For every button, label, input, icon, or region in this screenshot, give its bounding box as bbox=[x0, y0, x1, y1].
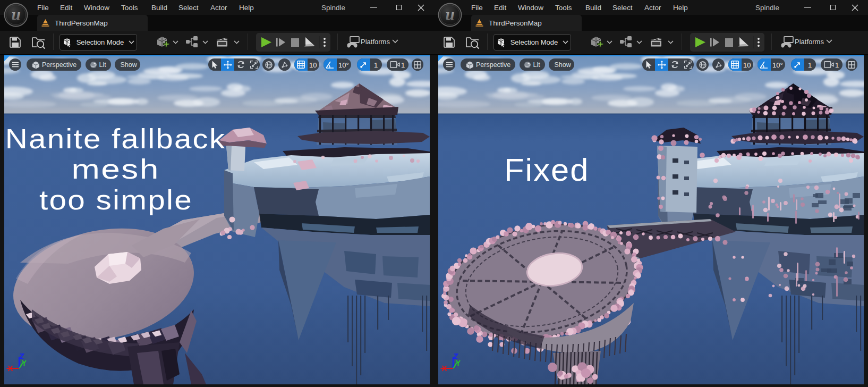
svg-text:u: u bbox=[445, 5, 454, 24]
svg-text:u: u bbox=[11, 5, 20, 24]
